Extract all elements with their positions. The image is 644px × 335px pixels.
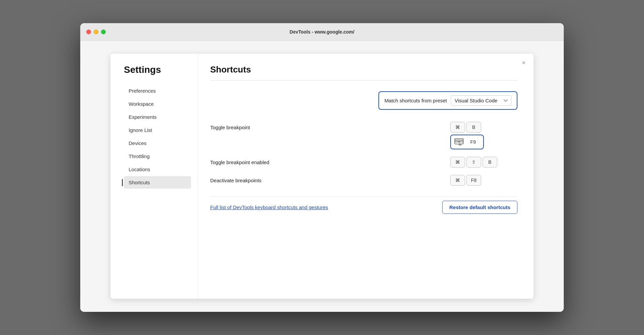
key-badge-cmd: ⌘ bbox=[450, 122, 465, 133]
window-content: × Settings Preferences Workspace bbox=[80, 41, 564, 312]
close-traffic-light[interactable] bbox=[86, 30, 91, 34]
shortcut-row-toggle-breakpoint-enabled: Toggle breakpoint enabled ⌘ ⇧ B bbox=[210, 157, 517, 168]
restore-default-shortcuts-button[interactable]: Restore default shortcuts bbox=[442, 201, 517, 214]
key-combo-cmd-f8: ⌘ F8 bbox=[450, 175, 481, 186]
shortcut-name: Deactivate breakpoints bbox=[210, 175, 450, 183]
dialog-body: Settings Preferences Workspace Experimen… bbox=[110, 54, 534, 299]
svg-rect-1 bbox=[455, 140, 457, 141]
shortcut-keys: ⌘ ⇧ B bbox=[450, 157, 517, 168]
window-title: DevTools - www.google.com/ bbox=[290, 29, 355, 35]
full-list-link[interactable]: Full list of DevTools keyboard shortcuts… bbox=[210, 204, 328, 210]
dialog-close-button[interactable]: × bbox=[520, 59, 527, 66]
svg-rect-5 bbox=[455, 141, 457, 142]
minimize-traffic-light[interactable] bbox=[94, 30, 98, 34]
key-combo-cmd-b: ⌘ B bbox=[450, 122, 481, 133]
sidebar-nav: Preferences Workspace Experiments Ignore… bbox=[124, 85, 191, 189]
shortcut-row-toggle-breakpoint: Toggle breakpoint ⌘ B bbox=[210, 122, 517, 149]
svg-point-8 bbox=[459, 144, 461, 146]
preset-row: Match shortcuts from preset Default Visu… bbox=[210, 91, 517, 110]
footer-row: Full list of DevTools keyboard shortcuts… bbox=[210, 196, 517, 214]
key-badge-f8: F8 bbox=[466, 175, 481, 186]
svg-rect-2 bbox=[457, 140, 459, 141]
section-divider bbox=[210, 80, 517, 81]
traffic-lights bbox=[86, 30, 106, 34]
sidebar-item-devices[interactable]: Devices bbox=[124, 137, 191, 149]
keyboard-icon bbox=[454, 137, 464, 147]
key-badge-cmd: ⌘ bbox=[450, 157, 465, 168]
shortcuts-table: Toggle breakpoint ⌘ B bbox=[210, 122, 517, 186]
sidebar-item-throttling[interactable]: Throttling bbox=[124, 150, 191, 162]
sidebar-item-preferences[interactable]: Preferences bbox=[124, 85, 191, 97]
key-badge-f9: F9 bbox=[466, 137, 480, 147]
title-bar: DevTools - www.google.com/ bbox=[80, 23, 564, 41]
shortcut-name: Toggle breakpoint bbox=[210, 122, 450, 130]
preset-select[interactable]: Default Visual Studio Code bbox=[451, 95, 511, 106]
dialog-container: × Settings Preferences Workspace bbox=[80, 41, 564, 312]
svg-rect-7 bbox=[461, 141, 463, 142]
key-combo-cmd-shift-b: ⌘ ⇧ B bbox=[450, 157, 497, 168]
sidebar-item-experiments[interactable]: Experiments bbox=[124, 111, 191, 123]
svg-rect-4 bbox=[461, 140, 463, 141]
svg-rect-3 bbox=[459, 140, 461, 141]
app-window: DevTools - www.google.com/ × Settings Pr… bbox=[80, 23, 564, 312]
key-combo-f9-highlighted: F9 bbox=[450, 135, 484, 149]
shortcut-row-deactivate-breakpoints: Deactivate breakpoints ⌘ F8 bbox=[210, 175, 517, 186]
sidebar: Settings Preferences Workspace Experimen… bbox=[110, 54, 198, 299]
maximize-traffic-light[interactable] bbox=[101, 30, 106, 34]
key-badge-b: B bbox=[466, 122, 481, 133]
shortcut-keys: ⌘ F8 bbox=[450, 175, 517, 186]
sidebar-item-workspace[interactable]: Workspace bbox=[124, 98, 191, 110]
shortcut-keys: ⌘ B bbox=[450, 122, 517, 149]
sidebar-item-ignore-list[interactable]: Ignore List bbox=[124, 124, 191, 136]
preset-container: Match shortcuts from preset Default Visu… bbox=[378, 91, 517, 110]
main-content: Shortcuts Match shortcuts from preset De… bbox=[198, 54, 534, 299]
settings-dialog: × Settings Preferences Workspace bbox=[110, 54, 534, 299]
key-badge-shift: ⇧ bbox=[466, 157, 481, 168]
sidebar-item-locations[interactable]: Locations bbox=[124, 163, 191, 176]
key-badge-b: B bbox=[482, 157, 497, 168]
shortcut-name: Toggle breakpoint enabled bbox=[210, 157, 450, 165]
sidebar-item-shortcuts[interactable]: Shortcuts bbox=[124, 176, 191, 189]
sidebar-title: Settings bbox=[124, 64, 191, 75]
page-title: Shortcuts bbox=[210, 64, 517, 75]
svg-rect-6 bbox=[457, 141, 461, 142]
key-badge-cmd: ⌘ bbox=[450, 175, 465, 186]
preset-label: Match shortcuts from preset bbox=[384, 98, 447, 103]
